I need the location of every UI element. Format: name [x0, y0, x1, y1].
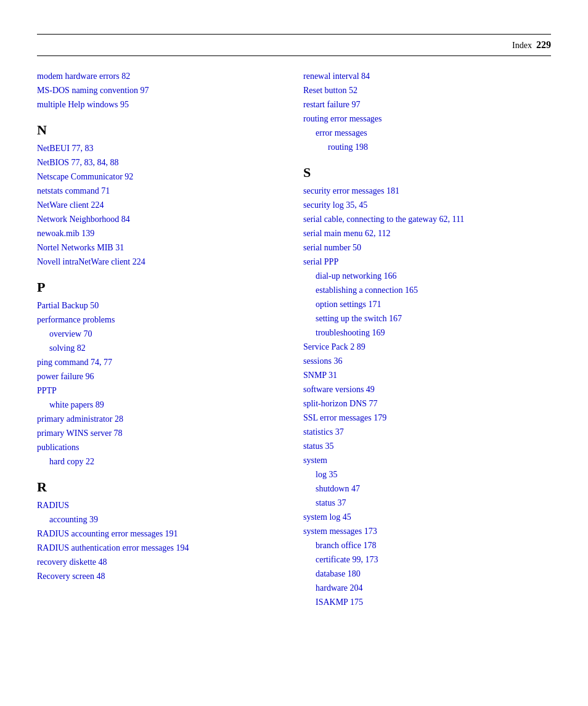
page-number: 229 [536, 39, 551, 50]
list-item: SNMP 31 [303, 369, 551, 382]
list-item: branch office 178 [303, 539, 551, 552]
list-item: security log 35, 45 [303, 199, 551, 211]
index-label: Index [512, 41, 532, 50]
header-label: Index 229 [512, 39, 551, 51]
list-item: log 35 [303, 468, 551, 481]
list-item: sessions 36 [303, 355, 551, 367]
list-item: primary WINS server 78 [37, 427, 285, 440]
list-item: overview 70 [37, 327, 285, 340]
right-column: renewal interval 84 Reset button 52 rest… [303, 68, 551, 610]
section-r: R [37, 479, 285, 495]
list-item: setting up the switch 167 [303, 312, 551, 325]
list-item: troubleshooting 169 [303, 326, 551, 339]
list-item: MS-DOS naming convention 97 [37, 84, 285, 97]
list-item: renewal interval 84 [303, 70, 551, 83]
list-item: statistics 37 [303, 425, 551, 438]
list-item: serial main menu 62, 112 [303, 227, 551, 240]
list-item: white papers 89 [37, 398, 285, 411]
list-item: Recovery screen 48 [37, 570, 285, 583]
list-item: hard copy 22 [37, 455, 285, 468]
list-item: Network Neighborhood 84 [37, 213, 285, 226]
content-area: modem hardware errors 82 MS-DOS naming c… [0, 56, 588, 622]
list-item: ping command 74, 77 [37, 356, 285, 369]
list-item: modem hardware errors 82 [37, 70, 285, 83]
section-p: P [37, 279, 285, 295]
list-item: option settings 171 [303, 298, 551, 311]
list-item: serial PPP [303, 255, 551, 268]
entry-link[interactable]: multiple Help windows 95 [37, 100, 129, 109]
list-item: security error messages 181 [303, 184, 551, 197]
list-item: publications [37, 441, 285, 454]
list-item: performance problems [37, 313, 285, 326]
list-item: solving 82 [37, 342, 285, 355]
list-item: Netscape Communicator 92 [37, 170, 285, 183]
page: Index 229 modem hardware errors 82 MS-DO… [0, 34, 588, 706]
list-item: routing error messages [303, 112, 551, 125]
list-item: split-horizon DNS 77 [303, 397, 551, 410]
list-item: RADIUS accounting error messages 191 [37, 527, 285, 540]
list-item: newoak.mib 139 [37, 227, 285, 240]
list-item: software versions 49 [303, 383, 551, 396]
list-item: netstats command 71 [37, 184, 285, 197]
list-item: RADIUS [37, 499, 285, 512]
list-item: error messages [303, 126, 551, 139]
list-item: status 37 [303, 496, 551, 509]
list-item: accounting 39 [37, 513, 285, 526]
list-item: establishing a connection 165 [303, 284, 551, 297]
list-item: Service Pack 2 89 [303, 340, 551, 353]
list-item: NetBEUI 77, 83 [37, 142, 285, 155]
list-item: primary administrator 28 [37, 413, 285, 425]
list-item: dial-up networking 166 [303, 269, 551, 282]
list-item: multiple Help windows 95 [37, 98, 285, 111]
list-item: system log 45 [303, 511, 551, 523]
list-item: certificate 99, 173 [303, 553, 551, 566]
list-item: SSL error messages 179 [303, 411, 551, 424]
list-item: Reset button 52 [303, 84, 551, 97]
list-item: recovery diskette 48 [37, 556, 285, 568]
list-item: Nortel Networks MIB 31 [37, 241, 285, 254]
list-item: status 35 [303, 440, 551, 453]
list-item: NetWare client 224 [37, 199, 285, 211]
list-item: Novell intraNetWare client 224 [37, 255, 285, 268]
left-column: modem hardware errors 82 MS-DOS naming c… [37, 68, 285, 610]
list-item: PPTP [37, 384, 285, 397]
list-item: Partial Backup 50 [37, 299, 285, 312]
list-item: routing 198 [303, 141, 551, 154]
list-item: database 180 [303, 567, 551, 580]
list-item: system messages 173 [303, 525, 551, 538]
list-item: hardware 204 [303, 581, 551, 594]
list-item: RADIUS authentication error messages 194 [37, 541, 285, 554]
list-item: system [303, 454, 551, 467]
entry-link[interactable]: modem hardware errors 82 [37, 72, 130, 81]
list-item: serial cable, connecting to the gateway … [303, 213, 551, 226]
list-item: NetBIOS 77, 83, 84, 88 [37, 156, 285, 169]
list-item: serial number 50 [303, 241, 551, 254]
list-item: restart failure 97 [303, 98, 551, 111]
list-item: power failure 96 [37, 370, 285, 383]
list-item: ISAKMP 175 [303, 596, 551, 609]
list-item: shutdown 47 [303, 482, 551, 495]
section-n: N [37, 122, 285, 138]
section-s: S [303, 165, 551, 181]
entry-link[interactable]: MS-DOS naming convention 97 [37, 86, 149, 95]
header: Index 229 [0, 35, 588, 55]
